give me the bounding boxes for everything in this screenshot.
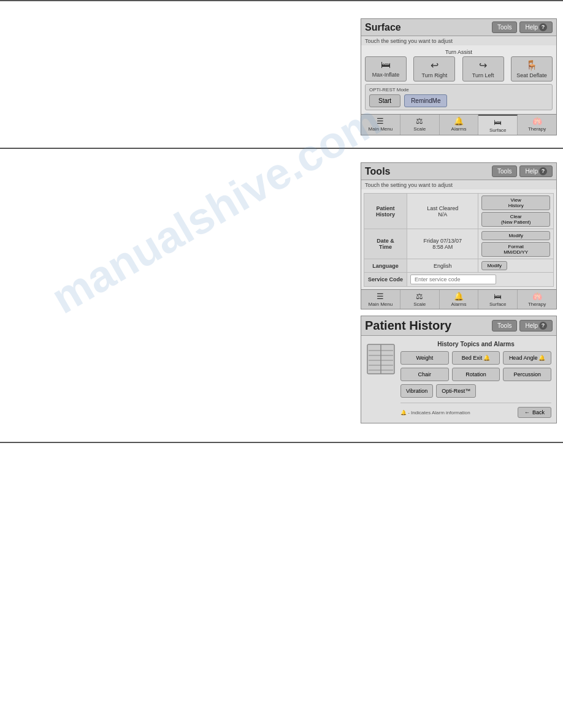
tools-nav-therapy[interactable]: 🫁 Therapy — [518, 290, 556, 309]
turn-assist-label: Turn Assist — [365, 49, 553, 55]
turn-right-button[interactable]: ↩ Turn Right — [413, 56, 455, 82]
ph-label: PatientHistory — [364, 194, 407, 229]
head-angle-button[interactable]: Head Angle 🔔 — [503, 351, 551, 365]
tools-row-language: Language English Modify — [364, 259, 554, 273]
ph-header-buttons: Tools Help ? — [492, 320, 553, 332]
tools-panel-title: Tools — [365, 166, 390, 177]
ph-content: History Topics and Alarms Weight Bed Exi… — [366, 341, 551, 418]
ph-topics: History Topics and Alarms Weight Bed Exi… — [400, 341, 551, 418]
vibration-button[interactable]: Vibration — [400, 384, 433, 398]
dt-label: Date &Time — [364, 229, 407, 259]
nav-therapy[interactable]: 🫁 Therapy — [518, 115, 556, 135]
rotation-button[interactable]: Rotation — [452, 368, 500, 381]
tools-nav-alarms[interactable]: 🔔 Alarms — [440, 290, 479, 309]
tools-nav-scale[interactable]: ⚖ Scale — [400, 290, 440, 309]
therapy-icon: 🫁 — [532, 116, 542, 126]
tools-tools-button[interactable]: Tools — [492, 165, 517, 177]
start-button[interactable]: Start — [369, 94, 400, 107]
patient-history-panel: Patient History Tools Help ? — [361, 316, 557, 423]
ph-body: History Topics and Alarms Weight Bed Exi… — [361, 336, 556, 423]
tools-nav-therapy-label: Therapy — [528, 301, 546, 307]
surface-tools-button[interactable]: Tools — [492, 21, 517, 33]
tools-subtitle: Touch the setting you want to adjust — [361, 180, 556, 189]
max-inflate-label: Max-Inflate — [372, 72, 400, 78]
surface-right-panel: Surface Tools Help ? Touch the setting y… — [354, 12, 563, 142]
tools-scale-icon: ⚖ — [416, 292, 423, 301]
tools-nav-alarms-label: Alarms — [451, 301, 467, 307]
opti-rest-button[interactable]: Opti-Rest™ — [436, 384, 476, 398]
bed-exit-button[interactable]: Bed Exit 🔔 — [452, 351, 500, 365]
ph-buttons-row3: Vibration Opti-Rest™ — [400, 384, 551, 398]
surface-left-text — [0, 12, 354, 142]
ph-actions: ViewHistory Clear(New Patient) — [478, 194, 554, 229]
dt-value: Friday 07/13/078:58 AM — [407, 229, 478, 259]
head-angle-alarm-icon: 🔔 — [538, 355, 545, 361]
head-angle-label: Head Angle — [509, 355, 538, 361]
turn-left-label: Turn Left — [472, 72, 494, 78]
nav-alarms[interactable]: 🔔 Alarms — [440, 115, 479, 135]
tools-nav-surface-label: Surface — [489, 301, 507, 307]
tools-nav-main-menu[interactable]: ☰ Main Menu — [361, 290, 400, 309]
opti-rest-label: OPTI-REST Mode — [369, 87, 548, 93]
tools-nav-surface[interactable]: 🛏 Surface — [478, 290, 518, 309]
chair-button[interactable]: Chair — [400, 368, 449, 381]
opti-rest-section: OPTI-REST Mode Start RemindMe — [365, 84, 553, 110]
lang-label: Language — [364, 259, 407, 273]
turn-right-label: Turn Right — [421, 72, 447, 78]
bed-exit-alarm-icon: 🔔 — [483, 355, 490, 361]
nav-main-menu[interactable]: ☰ Main Menu — [361, 115, 400, 135]
tools-nav-scale-label: Scale — [413, 301, 426, 307]
nav-surface[interactable]: 🛏 Surface — [478, 115, 518, 135]
lang-actions: Modify — [478, 259, 554, 273]
bottom-divider — [0, 442, 563, 443]
surface-screen: Surface Tools Help ? Touch the setting y… — [361, 18, 557, 135]
lang-modify-button[interactable]: Modify — [481, 261, 507, 270]
surface-panel-body: Turn Assist 🛏 Max-Inflate ↩ Turn Right ↪… — [361, 45, 556, 114]
tools-right-panel: Tools Tools Help ? Touch the setting you… — [354, 156, 563, 430]
turn-right-icon: ↩ — [431, 59, 439, 71]
tools-therapy-icon: 🫁 — [532, 292, 542, 301]
nav-scale-label: Scale — [413, 126, 426, 132]
tools-screen: Tools Tools Help ? Touch the setting you… — [361, 162, 557, 309]
ph-help-button[interactable]: Help ? — [519, 320, 553, 332]
percussion-button[interactable]: Percussion — [503, 368, 551, 381]
percussion-label: Percussion — [513, 371, 541, 377]
weight-label: Weight — [416, 355, 433, 361]
ph-footer: 🔔 - Indicates Alarm information ← Back — [400, 403, 551, 418]
view-history-button[interactable]: ViewHistory — [481, 195, 550, 210]
seat-deflate-button[interactable]: 🪑 Seat Deflate — [511, 56, 553, 82]
dt-format-button[interactable]: FormatMM/DD/YY — [481, 242, 550, 257]
clear-new-patient-button[interactable]: Clear(New Patient) — [481, 212, 550, 227]
surface-buttons-row: 🛏 Max-Inflate ↩ Turn Right ↪ Turn Left 🪑… — [365, 56, 553, 82]
surface-nav-icon: 🛏 — [494, 118, 502, 127]
lang-value: English — [407, 259, 478, 273]
max-inflate-button[interactable]: 🛏 Max-Inflate — [365, 56, 407, 82]
back-label: Back — [532, 409, 545, 415]
seat-deflate-label: Seat Deflate — [516, 72, 547, 78]
max-inflate-icon: 🛏 — [381, 59, 391, 70]
tools-help-button[interactable]: Help ? — [519, 165, 553, 177]
ph-tools-button[interactable]: Tools — [492, 320, 517, 332]
vibration-label: Vibration — [406, 388, 427, 394]
weight-button[interactable]: Weight — [400, 351, 449, 365]
ph-panel-title: Patient History — [365, 319, 451, 333]
sc-label: Service Code — [364, 273, 407, 287]
main-menu-icon: ☰ — [377, 116, 384, 126]
tools-surface-icon: 🛏 — [494, 292, 502, 301]
turn-left-button[interactable]: ↪ Turn Left — [462, 56, 504, 82]
back-button[interactable]: ← Back — [518, 407, 551, 418]
nav-therapy-label: Therapy — [528, 126, 546, 132]
ph-footer-note: 🔔 - Indicates Alarm information — [400, 410, 470, 415]
surface-header-buttons: Tools Help ? — [492, 21, 553, 33]
ph-cleared-value: Last ClearedN/A — [407, 194, 478, 229]
surface-help-button[interactable]: Help ? — [519, 21, 553, 33]
seat-deflate-icon: 🪑 — [526, 59, 538, 71]
remind-me-button[interactable]: RemindMe — [404, 94, 447, 107]
tools-main-menu-icon: ☰ — [377, 292, 384, 301]
service-code-input[interactable] — [410, 275, 496, 284]
nav-alarms-label: Alarms — [451, 126, 467, 132]
dt-modify-button[interactable]: Modify — [481, 231, 550, 240]
nav-main-menu-label: Main Menu — [369, 126, 393, 132]
surface-section: Surface Tools Help ? Touch the setting y… — [0, 1, 563, 142]
nav-scale[interactable]: ⚖ Scale — [400, 115, 440, 135]
